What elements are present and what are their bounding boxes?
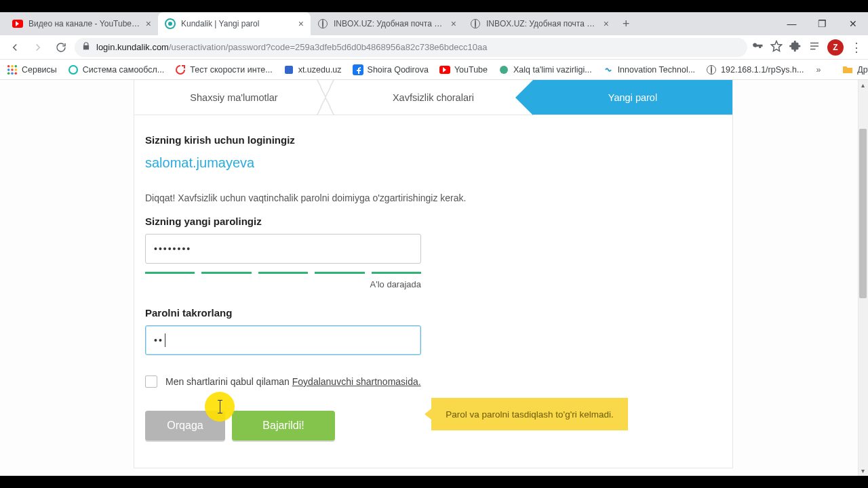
strength-bar	[258, 272, 308, 274]
close-icon[interactable]: ×	[451, 18, 456, 29]
bookmark-item[interactable]: Innovation Technol...	[603, 64, 695, 75]
svg-point-7	[15, 68, 18, 71]
close-window-button[interactable]: ✕	[837, 12, 868, 35]
bookmark-label: Сервисы	[22, 65, 57, 75]
bookmark-label: Shoira Qodirova	[368, 65, 429, 75]
login-label: Sizning kirish uchun loginingiz	[145, 134, 722, 146]
bookmark-item[interactable]: Shoira Qodirova	[353, 64, 429, 75]
strength-bar	[145, 272, 195, 274]
scroll-up-icon[interactable]: ▴	[858, 80, 868, 90]
globe-icon	[706, 64, 717, 75]
scroll-down-icon[interactable]: ▾	[858, 466, 868, 476]
key-icon[interactable]	[751, 40, 764, 55]
terms-row: Men shartlarini qabul qilaman Foydalanuv…	[145, 375, 722, 388]
new-tab-button[interactable]: +	[616, 17, 637, 31]
bookmark-label: Innovation Technol...	[618, 65, 695, 75]
forward-button[interactable]	[28, 38, 47, 57]
bookmark-item[interactable]: 192.168.1.1/rpSys.h...	[706, 64, 804, 75]
step-security[interactable]: Xavfsizlik choralari	[334, 80, 533, 115]
step-new-password[interactable]: Yangi parol	[533, 80, 732, 115]
folder-icon	[842, 64, 853, 75]
wizard-steps: Shaxsiy ma'lumotlar Xavfsizlik choralari…	[134, 80, 732, 115]
password-strength	[145, 272, 421, 274]
facebook-icon	[353, 64, 363, 75]
error-tooltip: Parol va parolni tasdiqlash to'g'ri kelm…	[431, 398, 628, 430]
bookmark-icon	[603, 64, 614, 75]
lock-icon	[81, 41, 91, 53]
svg-point-1	[168, 22, 172, 26]
svg-rect-12	[285, 66, 293, 74]
bookmark-item[interactable]: xt.uzedu.uz	[283, 64, 342, 75]
terms-checkbox[interactable]	[145, 375, 157, 388]
youtube-icon	[12, 18, 23, 29]
tab-youtube-studio[interactable]: Видео на канале - YouTube Stud ×	[5, 12, 158, 35]
tab-label: INBOX.UZ: Удобная почта zubay	[486, 19, 598, 28]
page-viewport: Shaxsiy ma'lumotlar Xavfsizlik choralari…	[0, 80, 868, 476]
scrollbar-thumb[interactable]	[859, 129, 867, 298]
address-bar[interactable]: login.kundalik.com/useractivation/passwo…	[75, 38, 747, 57]
minimize-button[interactable]: —	[776, 12, 807, 35]
bookmark-label: Тест скорости инте...	[190, 65, 272, 75]
globe-icon	[470, 18, 481, 29]
apps-button[interactable]: Сервисы	[7, 64, 57, 75]
strength-bar	[315, 272, 364, 274]
bookmark-label: Xalq ta'limi vazirligi...	[513, 65, 592, 75]
svg-point-10	[15, 72, 18, 75]
svg-point-9	[11, 72, 14, 75]
svg-point-3	[11, 64, 14, 67]
bookmark-item[interactable]: YouTube	[439, 64, 488, 75]
profile-avatar[interactable]: Z	[827, 39, 844, 56]
repeat-password-input[interactable]: ••	[145, 325, 421, 355]
bookmarks-bar: Сервисы Система самообсл... Тест скорост…	[0, 60, 868, 80]
bookmark-label: Другие закладки	[857, 65, 868, 75]
globe-icon	[317, 18, 328, 29]
close-icon[interactable]: ×	[604, 18, 609, 29]
svg-point-8	[7, 72, 10, 75]
tab-label: INBOX.UZ: Удобная почта zubay	[334, 19, 446, 28]
other-bookmarks[interactable]: Другие закладки	[842, 64, 868, 75]
new-password-input[interactable]: ••••••••	[145, 234, 421, 264]
extensions-icon[interactable]	[789, 40, 802, 55]
bookmark-icon	[498, 64, 509, 75]
menu-icon[interactable]: ⋮	[850, 40, 863, 55]
vertical-scrollbar[interactable]: ▴ ▾	[858, 80, 868, 476]
done-button[interactable]: Bajarildi!	[232, 411, 335, 441]
step-personal-info[interactable]: Shaxsiy ma'lumotlar	[134, 80, 334, 115]
terms-text: Men shartlarini qabul qilaman Foydalanuv…	[165, 376, 421, 387]
notice-text: Diqqat! Xavfsizlik uchun vaqtinchalik pa…	[145, 192, 722, 203]
close-icon[interactable]: ×	[298, 18, 304, 29]
strength-bar	[372, 272, 421, 274]
bookmark-icon	[68, 64, 79, 75]
strength-bar	[201, 272, 251, 274]
svg-point-2	[7, 64, 10, 67]
url-text: login.kundalik.com/useractivation/passwo…	[96, 42, 487, 52]
login-value: salomat.jumayeva	[145, 155, 722, 171]
tab-kundalik[interactable]: Kundalik | Yangi parol ×	[158, 12, 311, 35]
youtube-icon	[439, 64, 450, 75]
back-button[interactable]	[5, 38, 24, 57]
svg-point-6	[11, 68, 14, 71]
repeat-password-value: ••	[154, 335, 163, 346]
svg-point-4	[15, 64, 18, 67]
bookmark-label: xt.uzedu.uz	[298, 65, 342, 75]
close-icon[interactable]: ×	[146, 18, 151, 29]
bookmarks-overflow[interactable]: »	[816, 65, 821, 75]
text-cursor-icon	[205, 392, 235, 422]
bookmark-label: 192.168.1.1/rpSys.h...	[721, 65, 804, 75]
bookmark-label: YouTube	[454, 65, 488, 75]
svg-point-11	[69, 66, 77, 74]
svg-point-14	[500, 66, 508, 74]
bookmark-item[interactable]: Xalq ta'limi vazirligi...	[498, 64, 592, 75]
bookmark-item[interactable]: Система самообсл...	[68, 64, 165, 75]
reload-button[interactable]	[52, 38, 71, 57]
tab-inbox-2[interactable]: INBOX.UZ: Удобная почта zubay ×	[463, 12, 616, 35]
browser-toolbar: login.kundalik.com/useractivation/passwo…	[0, 35, 868, 60]
star-icon[interactable]	[770, 40, 783, 55]
window-controls: — ❐ ✕	[776, 12, 868, 35]
maximize-button[interactable]: ❐	[807, 12, 837, 35]
bookmark-label: Система самообсл...	[83, 65, 165, 75]
reading-list-icon[interactable]	[808, 40, 821, 55]
bookmark-item[interactable]: Тест скорости инте...	[175, 64, 272, 75]
tab-inbox-1[interactable]: INBOX.UZ: Удобная почта zubay ×	[311, 12, 463, 35]
terms-link[interactable]: Foydalanuvchi shartnomasida.	[292, 376, 421, 387]
